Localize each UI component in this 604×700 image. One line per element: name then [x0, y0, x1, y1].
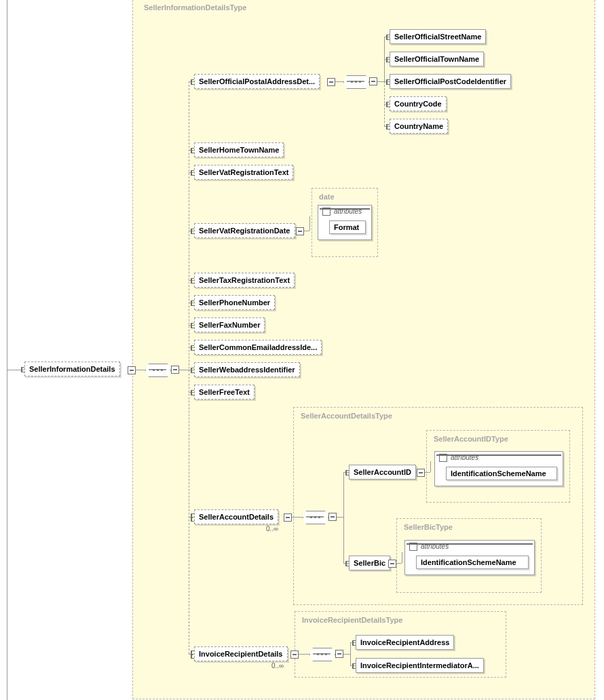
- multiplicity-tick-icon: [191, 345, 194, 351]
- attributes-box[interactable]: attributes IdentificationSchemeName: [434, 451, 563, 486]
- connector: [343, 654, 350, 655]
- node-label: SellerFaxNumber: [199, 321, 260, 329]
- collapse-toggle[interactable]: [128, 366, 136, 374]
- collapse-toggle[interactable]: [296, 227, 304, 235]
- node-label: CountryName: [394, 122, 443, 130]
- collapse-toggle[interactable]: [322, 208, 331, 216]
- attributes-box[interactable]: attributes Format: [318, 205, 372, 240]
- connector: [179, 370, 189, 370]
- multiplicity-tick-icon: [345, 561, 349, 566]
- multiplicity-tick-icon: [191, 300, 194, 306]
- node-scheme-name[interactable]: IdentificationSchemeName: [446, 467, 557, 480]
- connector: [299, 654, 309, 655]
- node-label: SellerOfficialPostCodeIdentifier: [394, 77, 506, 85]
- attributes-box[interactable]: attributes IdentificationSchemeName: [404, 540, 535, 575]
- collapse-toggle[interactable]: [335, 650, 343, 658]
- collapse-toggle[interactable]: [388, 560, 396, 568]
- connector: [136, 370, 145, 370]
- node-bic[interactable]: SellerBic: [349, 556, 390, 570]
- group-label: SellerAccountIDType: [434, 435, 508, 443]
- node-web[interactable]: SellerWebaddressIdentifier: [194, 362, 300, 377]
- node-town[interactable]: SellerOfficialTownName: [390, 52, 484, 66]
- node-country-code[interactable]: CountryCode: [390, 96, 447, 111]
- collapse-toggle[interactable]: [417, 469, 425, 477]
- sequence-compositor[interactable]: [309, 648, 334, 660]
- sequence-compositor[interactable]: [145, 364, 170, 376]
- node-label: SellerOfficialTownName: [394, 55, 479, 63]
- connector: [189, 81, 189, 654]
- node-vat-date[interactable]: SellerVatRegistrationDate: [194, 223, 295, 238]
- multiplicity-tick-icon: [191, 390, 194, 395]
- node-free-text[interactable]: SellerFreeText: [194, 385, 254, 400]
- node-label: SellerBic: [354, 559, 385, 567]
- left-ruler-line: [7, 0, 7, 700]
- collapse-toggle[interactable]: [171, 366, 179, 374]
- node-format[interactable]: Format: [329, 220, 366, 234]
- group-label: date: [319, 193, 335, 201]
- multiplicity-tick-icon: [386, 124, 390, 130]
- node-label: SellerCommonEmailaddressIde...: [199, 343, 317, 351]
- multiplicity-tick-icon: [191, 79, 194, 85]
- node-hometown[interactable]: SellerHomeTownName: [194, 142, 284, 157]
- multiplicity-tick-icon: [386, 35, 390, 40]
- multiplicity-tick-icon: [352, 640, 356, 646]
- node-invoice-recipient[interactable]: InvoiceRecipientDetails: [194, 646, 288, 661]
- node-label: SellerWebaddressIdentifier: [199, 366, 295, 374]
- node-street[interactable]: SellerOfficialStreetName: [390, 29, 486, 44]
- node-account-details[interactable]: SellerAccountDetails: [194, 509, 278, 524]
- multiplicity-tick-icon: [191, 323, 194, 328]
- collapse-toggle[interactable]: [290, 650, 299, 659]
- connector: [377, 81, 384, 82]
- node-label: InvoiceRecipientAddress: [360, 638, 449, 646]
- multiplicity-tick-icon: [191, 148, 194, 153]
- multiplicity-tick-icon: [386, 79, 390, 85]
- node-label: IdentificationSchemeName: [451, 469, 546, 478]
- node-label: IdentificationSchemeName: [421, 558, 516, 566]
- node-scheme-name[interactable]: IdentificationSchemeName: [416, 556, 529, 569]
- collapse-toggle[interactable]: [409, 543, 417, 551]
- node-label: SellerVatRegistrationDate: [199, 227, 290, 235]
- node-email[interactable]: SellerCommonEmailaddressIde...: [194, 340, 322, 355]
- node-label: SellerVatRegistrationText: [199, 168, 288, 176]
- node-tax-text[interactable]: SellerTaxRegistrationText: [194, 273, 295, 288]
- multiplicity-tick-icon: [191, 513, 194, 522]
- node-label: SellerHomeTownName: [199, 146, 279, 154]
- collapse-toggle[interactable]: [439, 454, 447, 462]
- multiplicity-tick-icon: [191, 278, 194, 284]
- node-label: Format: [334, 223, 359, 231]
- node-fax[interactable]: SellerFaxNumber: [194, 317, 265, 332]
- node-label: SellerInformationDetails: [29, 365, 115, 373]
- node-phone[interactable]: SellerPhoneNumber: [194, 295, 275, 310]
- node-vat-text[interactable]: SellerVatRegistrationText: [194, 165, 293, 180]
- collapse-toggle[interactable]: [328, 513, 337, 521]
- node-account-id[interactable]: SellerAccountID: [349, 465, 416, 480]
- node-invoice-address[interactable]: InvoiceRecipientAddress: [356, 635, 454, 650]
- node-postcode[interactable]: SellerOfficialPostCodeIdentifier: [390, 74, 511, 89]
- connector: [350, 642, 351, 665]
- multiplicity-tick-icon: [386, 102, 390, 107]
- node-label: SellerPhoneNumber: [199, 298, 270, 307]
- collapse-toggle[interactable]: [284, 513, 292, 522]
- cardinality-label: 0..∞: [271, 662, 284, 669]
- node-root[interactable]: SellerInformationDetails: [24, 362, 120, 376]
- multiplicity-tick-icon: [191, 368, 194, 373]
- multiplicity-tick-icon: [386, 57, 390, 62]
- group-label: InvoiceRecipientDetailsType: [302, 616, 402, 624]
- node-label: InvoiceRecipientIntermediatorA...: [360, 661, 479, 669]
- node-label: CountryCode: [394, 100, 442, 108]
- canvas: SellerInformationDetailsType SellerInfor…: [0, 0, 604, 700]
- multiplicity-tick-icon: [345, 470, 349, 475]
- collapse-toggle[interactable]: [327, 78, 335, 86]
- sequence-compositor[interactable]: [343, 75, 368, 88]
- node-label: SellerTaxRegistrationText: [199, 276, 290, 284]
- node-country-name[interactable]: CountryName: [390, 119, 448, 134]
- node-label: SellerFreeText: [199, 388, 250, 396]
- multiplicity-tick-icon: [21, 367, 24, 372]
- node-postal[interactable]: SellerOfficialPostalAddressDet...: [194, 74, 320, 89]
- connector: [337, 517, 343, 518]
- sequence-compositor[interactable]: [303, 511, 327, 523]
- group-label: SellerAccountDetailsType: [301, 412, 392, 420]
- node-invoice-intermediator[interactable]: InvoiceRecipientIntermediatorA...: [356, 658, 484, 673]
- collapse-toggle[interactable]: [369, 77, 377, 85]
- connector: [309, 216, 310, 231]
